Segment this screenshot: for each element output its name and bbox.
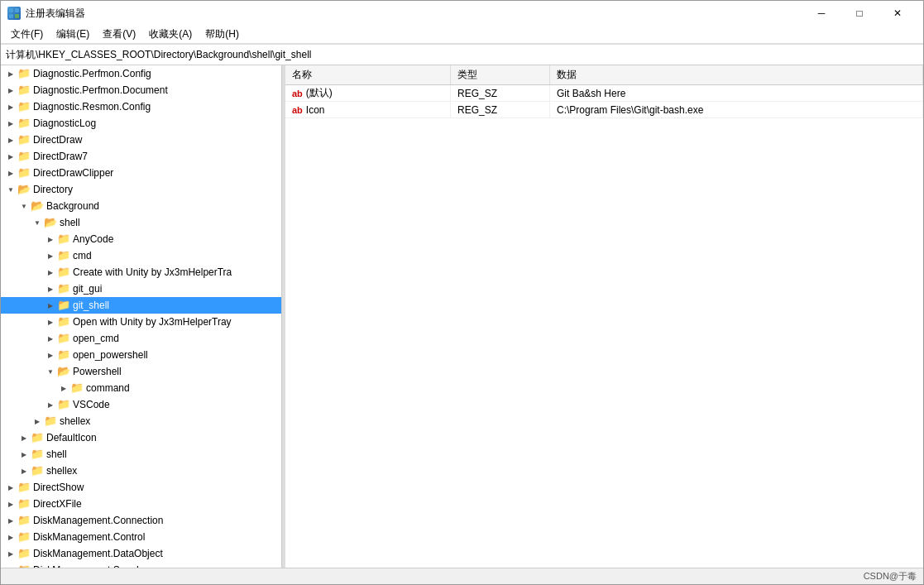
tree-item[interactable]: ▶📁shellex — [1, 413, 281, 429]
expand-button[interactable]: ▶ — [4, 479, 17, 496]
expand-button[interactable]: ▶ — [44, 231, 57, 247]
col-header-name[interactable]: 名称 — [285, 65, 451, 84]
tree-item[interactable]: ▶📁DiskManagement.Connection — [1, 512, 281, 529]
folder-icon: 📁 — [57, 249, 70, 262]
close-button[interactable]: ✕ — [879, 1, 917, 26]
expand-button[interactable]: ▶ — [44, 347, 57, 363]
tree-item[interactable]: ▶📁git_shell — [1, 297, 281, 314]
tree-item[interactable]: ▼📂Background — [1, 198, 281, 214]
table-row[interactable]: abIconREG_SZC:\Program Files\Git\git-bas… — [285, 102, 923, 118]
tree-panel[interactable]: ▶📁Diagnostic.Perfmon.Config▶📁Diagnostic.… — [1, 65, 282, 568]
folder-icon: 📁 — [17, 67, 31, 80]
tree-item-label: VSCode — [73, 399, 110, 410]
menu-bar: 文件(F)编辑(E)查看(V)收藏夹(A)帮助(H) — [1, 26, 923, 44]
tree-item[interactable]: ▶📁command — [1, 380, 281, 396]
tree-item[interactable]: ▶📁Diagnostic.Perfmon.Document — [1, 82, 281, 98]
col-header-type[interactable]: 类型 — [451, 65, 550, 84]
address-bar: 计算机\HKEY_CLASSES_ROOT\Directory\Backgrou… — [1, 44, 923, 65]
folder-icon: 📁 — [31, 431, 44, 444]
expand-button[interactable]: ▶ — [4, 545, 17, 562]
tree-item-label: shellex — [60, 415, 90, 427]
tree-item-label: open_powershell — [73, 349, 148, 361]
expand-button[interactable]: ▶ — [44, 247, 57, 264]
tree-item[interactable]: ▶📁open_cmd — [1, 330, 281, 347]
minimize-button[interactable]: ─ — [802, 1, 840, 26]
folder-icon: 📁 — [17, 497, 31, 511]
expand-button[interactable]: ▶ — [4, 115, 17, 132]
expand-button[interactable]: ▶ — [4, 165, 17, 181]
tree-item[interactable]: ▼📂Directory — [1, 181, 281, 198]
expand-button[interactable]: ▶ — [17, 446, 31, 463]
tree-item[interactable]: ▶📁DirectXFile — [1, 496, 281, 512]
expand-button[interactable]: ▶ — [44, 330, 57, 347]
main-content: ▶📁Diagnostic.Perfmon.Config▶📁Diagnostic.… — [1, 65, 923, 568]
expand-button[interactable]: ▶ — [44, 264, 57, 281]
tree-item[interactable]: ▶📁shellex — [1, 463, 281, 479]
expand-button[interactable]: ▶ — [44, 297, 57, 314]
expand-button[interactable]: ▶ — [44, 396, 57, 413]
menu-item[interactable]: 文件(F) — [4, 26, 50, 44]
tree-item[interactable]: ▶📁DiskManagement.SnapIn — [1, 562, 281, 568]
folder-icon: 📁 — [57, 282, 70, 295]
menu-item[interactable]: 收藏夹(A) — [142, 26, 199, 44]
tree-item[interactable]: ▶📁Create with Unity by Jx3mHelperTra — [1, 264, 281, 281]
folder-icon: 📁 — [17, 150, 31, 163]
tree-item[interactable]: ▶📁DefaultIcon — [1, 429, 281, 446]
expand-button[interactable]: ▶ — [4, 132, 17, 148]
expand-button[interactable]: ▶ — [4, 65, 17, 82]
expand-button[interactable]: ▶ — [4, 562, 17, 568]
expand-button[interactable]: ▼ — [17, 198, 31, 214]
window-title: 注册表编辑器 — [26, 7, 85, 21]
expand-button[interactable]: ▶ — [31, 413, 44, 429]
expand-button[interactable]: ▼ — [31, 214, 44, 231]
tree-item[interactable]: ▶📁git_gui — [1, 281, 281, 297]
reg-value-icon: ab — [292, 89, 303, 98]
menu-item[interactable]: 帮助(H) — [199, 26, 246, 44]
expand-button[interactable]: ▶ — [44, 281, 57, 297]
menu-item[interactable]: 编辑(E) — [50, 26, 96, 44]
expand-button[interactable]: ▼ — [44, 363, 57, 380]
tree-item[interactable]: ▶📁Open with Unity by Jx3mHelperTray — [1, 314, 281, 330]
tree-item[interactable]: ▶📁DirectDraw — [1, 132, 281, 148]
expand-button[interactable]: ▶ — [4, 148, 17, 165]
tree-item[interactable]: ▶📁cmd — [1, 247, 281, 264]
maximize-button[interactable]: □ — [840, 1, 879, 26]
tree-item[interactable]: ▼📂Powershell — [1, 363, 281, 380]
tree-item[interactable]: ▶📁shell — [1, 446, 281, 463]
tree-item[interactable]: ▶📁DiskManagement.Control — [1, 529, 281, 545]
expand-button[interactable]: ▶ — [4, 98, 17, 115]
tree-item[interactable]: ▶📁DirectDraw7 — [1, 148, 281, 165]
menu-item[interactable]: 查看(V) — [96, 26, 142, 44]
tree-item[interactable]: ▶📁Diagnostic.Perfmon.Config — [1, 65, 281, 82]
expand-button[interactable]: ▶ — [17, 463, 31, 479]
tree-item[interactable]: ▼📂shell — [1, 214, 281, 231]
folder-icon: 📁 — [57, 348, 70, 362]
tree-item[interactable]: ▶📁DirectDrawClipper — [1, 165, 281, 181]
expand-button[interactable]: ▶ — [17, 429, 31, 446]
svg-rect-0 — [9, 8, 13, 12]
tree-item-label: DirectDraw — [33, 134, 82, 146]
expand-button[interactable]: ▶ — [57, 380, 70, 396]
tree-item[interactable]: ▶📁open_powershell — [1, 347, 281, 363]
td-type: REG_SZ — [451, 85, 550, 102]
address-text: 计算机\HKEY_CLASSES_ROOT\Directory\Backgrou… — [6, 48, 918, 62]
expand-button[interactable]: ▶ — [4, 512, 17, 529]
table-row[interactable]: ab(默认)REG_SZGit Ba&sh Here — [285, 85, 923, 102]
tree-item[interactable]: ▶📁DiagnosticLog — [1, 115, 281, 132]
expand-button[interactable]: ▶ — [44, 314, 57, 330]
col-header-data[interactable]: 数据 — [550, 65, 923, 84]
expand-button[interactable]: ▶ — [4, 529, 17, 545]
tree-item[interactable]: ▶📁VSCode — [1, 396, 281, 413]
tree-item-label: Open with Unity by Jx3mHelperTray — [73, 316, 232, 328]
expand-button[interactable]: ▶ — [4, 496, 17, 512]
tree-item-label: Diagnostic.Perfmon.Config — [33, 68, 151, 79]
tree-item[interactable]: ▶📁DiskManagement.DataObject — [1, 545, 281, 562]
folder-icon: 📁 — [57, 266, 70, 279]
expand-button[interactable]: ▶ — [4, 82, 17, 98]
tree-item[interactable]: ▶📁AnyCode — [1, 231, 281, 247]
tree-item[interactable]: ▶📁DirectShow — [1, 479, 281, 496]
tree-item[interactable]: ▶📁Diagnostic.Resmon.Config — [1, 98, 281, 115]
expand-button[interactable]: ▼ — [4, 181, 17, 198]
tree-item-label: AnyCode — [73, 233, 113, 245]
folder-icon: 📁 — [31, 464, 44, 477]
